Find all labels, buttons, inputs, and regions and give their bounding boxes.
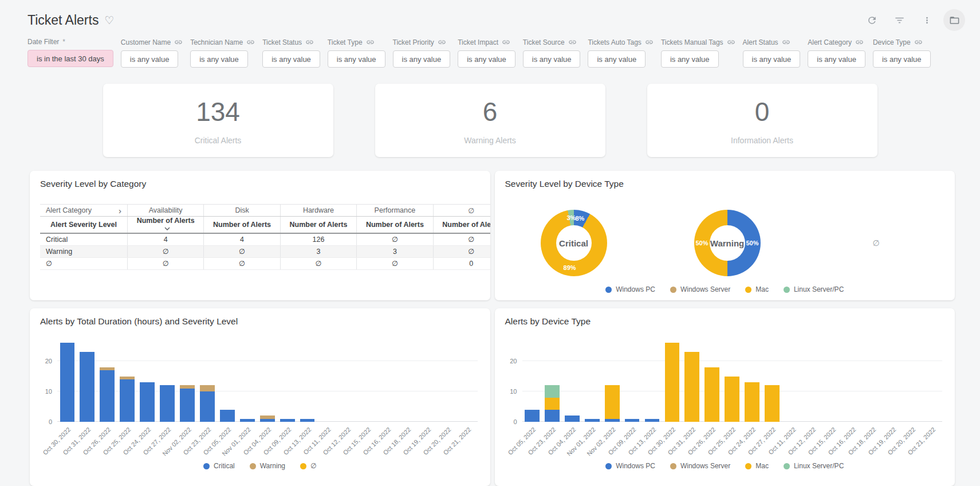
value-cell[interactable]: ∅ bbox=[357, 257, 433, 269]
bar-segment-mac bbox=[605, 385, 620, 418]
table-row: Critical44126∅∅ bbox=[40, 233, 490, 245]
bar-nov-02-2022[interactable] bbox=[180, 385, 195, 422]
bar-oct-26-2022[interactable] bbox=[705, 367, 719, 422]
table-row: ∅∅∅∅∅0 bbox=[40, 257, 490, 269]
favorite-heart-icon[interactable]: ♡ bbox=[104, 15, 114, 26]
row-dimension-header: Alert Severity Level bbox=[40, 217, 127, 234]
row-label-cell[interactable]: Critical bbox=[40, 233, 127, 245]
bar-oct-04-2022[interactable] bbox=[260, 416, 275, 422]
expand-chevron-icon[interactable]: › bbox=[119, 206, 121, 215]
filter-label: Device Type bbox=[873, 38, 931, 46]
refresh-icon bbox=[867, 15, 877, 26]
legend-item-mac[interactable]: Mac bbox=[745, 462, 769, 470]
value-cell[interactable]: 3 bbox=[357, 245, 433, 257]
value-cell[interactable]: ∅ bbox=[433, 233, 490, 245]
donut-chart-critical[interactable]: 8%89%3%Critical bbox=[541, 210, 607, 276]
legend-item-windows-server[interactable]: Windows Server bbox=[670, 462, 730, 470]
plot-area bbox=[57, 336, 478, 422]
pivot-header-label: Alert Category bbox=[46, 206, 92, 214]
value-cell[interactable]: ∅ bbox=[280, 257, 356, 269]
value-cell[interactable]: 4 bbox=[127, 233, 203, 245]
legend-item-windows-pc[interactable]: Windows PC bbox=[605, 462, 655, 470]
filter-value-button[interactable]: is any value bbox=[121, 50, 179, 68]
filter-value-button[interactable]: is any value bbox=[262, 50, 320, 68]
filter-value-button[interactable]: is any value bbox=[393, 50, 451, 68]
filter-tickets-manual-tags: Tickets Manual Tagsis any value bbox=[661, 38, 735, 68]
value-cell[interactable]: ∅ bbox=[127, 257, 203, 269]
bar-oct-30-2022[interactable] bbox=[665, 343, 680, 422]
filter-value-button[interactable]: is in the last 30 days bbox=[27, 50, 113, 67]
bar-segment-critical bbox=[160, 385, 175, 422]
row-label-cell[interactable]: Warning bbox=[40, 245, 127, 257]
bar-oct-25-2022[interactable] bbox=[120, 377, 135, 422]
legend-item-critical[interactable]: Critical bbox=[203, 462, 235, 470]
filter-value-button[interactable]: is any value bbox=[458, 50, 515, 68]
bar-segment-mac bbox=[745, 382, 759, 422]
legend-label: Windows Server bbox=[680, 285, 730, 293]
legend-item-warning[interactable]: Warning bbox=[250, 462, 285, 470]
value-cell[interactable]: 0 bbox=[433, 257, 490, 269]
legend-label: Windows PC bbox=[616, 285, 655, 293]
bar-oct-23-2022[interactable] bbox=[545, 385, 560, 422]
sort-chevron-icon[interactable] bbox=[164, 227, 170, 230]
bar-oct-31-2022[interactable] bbox=[80, 352, 95, 422]
legend-item-windows-pc[interactable]: Windows PC bbox=[605, 285, 655, 293]
value-cell[interactable]: ∅ bbox=[433, 245, 490, 257]
refresh-button[interactable] bbox=[861, 9, 883, 31]
bar-oct-26-2022[interactable] bbox=[100, 367, 115, 422]
legend-label: Mac bbox=[755, 462, 769, 470]
legend-item-windows-server[interactable]: Windows Server bbox=[670, 285, 730, 293]
filter-tickets-auto-tags: Tickets Auto Tagsis any value bbox=[588, 38, 653, 68]
value-cell[interactable]: 3 bbox=[280, 245, 356, 257]
bar-oct-27-2022[interactable] bbox=[765, 385, 780, 422]
legend-item-linux-server-pc[interactable]: Linux Server/PC bbox=[784, 462, 844, 470]
donut-chart-warning[interactable]: 50%50%Warning bbox=[694, 210, 761, 276]
legend-item-linux-server-pc[interactable]: Linux Server/PC bbox=[784, 285, 844, 293]
folder-button[interactable] bbox=[943, 9, 965, 31]
legend-item-null[interactable]: ∅ bbox=[300, 462, 316, 470]
bar-oct-27-2022[interactable] bbox=[160, 385, 175, 422]
value-cell[interactable]: ∅ bbox=[204, 257, 280, 269]
kpi-label: Information Alerts bbox=[731, 136, 793, 145]
filter-value-button[interactable]: is any value bbox=[661, 50, 719, 68]
bar-oct-23-2022[interactable] bbox=[200, 385, 215, 422]
card-title: Severity Level by Category bbox=[40, 179, 480, 189]
legend-item-mac[interactable]: Mac bbox=[745, 285, 769, 293]
bar-oct-30-2022[interactable] bbox=[60, 343, 75, 422]
bar-oct-25-2022[interactable] bbox=[725, 377, 739, 422]
bar-oct-05-2022[interactable] bbox=[220, 410, 235, 422]
filter-value-button[interactable]: is any value bbox=[328, 50, 385, 68]
filter-value-button[interactable]: is any value bbox=[743, 50, 801, 68]
x-axis: Oct 05, 2022Oct 23, 2022Oct 04, 2022Nov … bbox=[522, 422, 943, 462]
link-icon bbox=[568, 38, 577, 46]
value-cell[interactable]: ∅ bbox=[357, 233, 433, 245]
link-icon bbox=[174, 38, 183, 46]
value-cell[interactable]: 4 bbox=[204, 233, 280, 245]
column-header-null: ∅ bbox=[433, 205, 490, 217]
filter-label: Ticket Status bbox=[262, 38, 320, 46]
bar-nov-02-2022[interactable] bbox=[605, 385, 620, 422]
bar-oct-05-2022[interactable] bbox=[525, 410, 540, 422]
link-icon bbox=[366, 38, 375, 46]
bar-oct-04-2022[interactable] bbox=[565, 416, 580, 422]
bar-oct-31-2022[interactable] bbox=[684, 352, 699, 422]
filter-value-button[interactable]: is any value bbox=[873, 50, 931, 68]
filter-ticket-priority: Ticket Priorityis any value bbox=[393, 38, 451, 68]
value-cell[interactable]: ∅ bbox=[127, 245, 203, 257]
metric-header-cell[interactable]: Number of Alerts bbox=[127, 217, 203, 234]
bar-segment-mac bbox=[684, 352, 699, 422]
filter-value-button[interactable]: is any value bbox=[523, 50, 581, 68]
filter-toggle-button[interactable] bbox=[888, 9, 910, 31]
y-tick-label: 10 bbox=[510, 388, 517, 395]
filter-value-button[interactable]: is any value bbox=[808, 50, 865, 68]
bar-oct-24-2022[interactable] bbox=[140, 382, 155, 422]
filter-value-button[interactable]: is any value bbox=[588, 50, 646, 68]
y-axis: 01020 bbox=[40, 336, 57, 422]
value-cell[interactable]: 126 bbox=[280, 233, 356, 245]
filter-value-button[interactable]: is any value bbox=[190, 50, 248, 68]
bar-oct-24-2022[interactable] bbox=[745, 382, 759, 422]
value-cell[interactable]: ∅ bbox=[204, 245, 280, 257]
more-options-button[interactable] bbox=[916, 9, 938, 31]
row-label-cell[interactable]: ∅ bbox=[40, 257, 127, 269]
filter-label: Ticket Priority bbox=[393, 38, 451, 46]
